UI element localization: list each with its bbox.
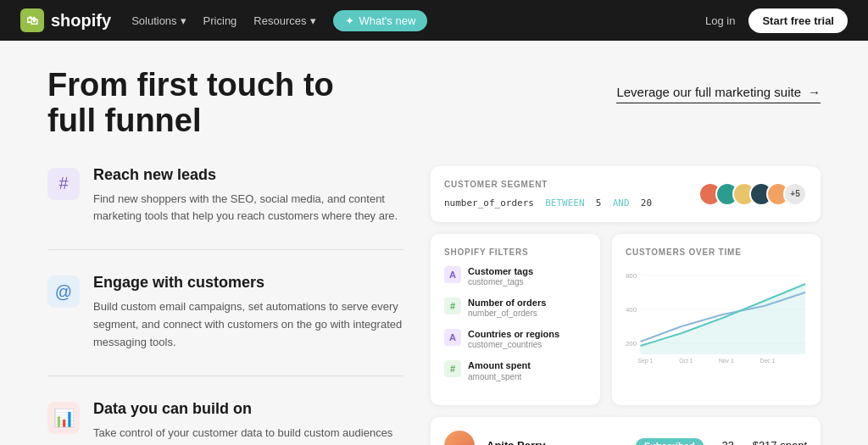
filter-number-orders-text: Number of orders number_of_orders [468,297,546,318]
svg-text:Sep 1: Sep 1 [638,358,654,364]
filter-countries-text: Countries or regions customer_countries [468,328,559,349]
engage-icon: @ [47,275,80,308]
features-list: # Reach new leads Find new shoppers with… [47,166,403,445]
star-icon: ✦ [345,14,354,27]
feature-engage-content: Engage with customers Build custom email… [93,274,403,351]
right-cards: CUSTOMER SEGMENT number_of_orders BETWEE… [431,166,821,445]
hero-section: From first touch to full funnel Leverage… [47,68,821,139]
two-column-layout: # Reach new leads Find new shoppers with… [47,166,821,445]
arrow-right-icon: → [808,85,821,99]
feature-reach: # Reach new leads Find new shoppers with… [47,166,403,251]
query-5: 5 [596,197,602,209]
svg-text:400: 400 [626,305,637,313]
shopify-filters-card: SHOPIFY FILTERS A Customer tags customer… [431,234,600,405]
logo-text: shopify [51,11,111,31]
feature-data-title: Data you can build on [93,400,403,418]
data-icon: 📊 [47,402,80,434]
nav-links: Solutions ▾ Pricing Resources ▾ ✦ What's… [131,10,685,31]
feature-engage-desc: Build custom email campaigns, set automa… [93,298,403,351]
segment-card-title: CUSTOMER SEGMENT [444,180,652,189]
feature-engage: @ Engage with customers Build custom ema… [47,274,403,375]
chevron-down-icon: ▾ [310,14,316,27]
subscriber-spent: $217 spent [753,439,807,445]
svg-text:Dec 1: Dec 1 [760,358,776,364]
filter-hash-icon-2: # [444,360,461,377]
nav-solutions[interactable]: Solutions ▾ [131,14,186,27]
main-content: From first touch to full funnel Leverage… [27,41,841,445]
query-20: 20 [641,197,652,209]
hero-cta-link[interactable]: Leverage our full marketing suite → [616,85,821,103]
feature-data: 📊 Data you can build on Take control of … [47,400,403,445]
filter-number-orders: # Number of orders number_of_orders [444,297,587,318]
customers-over-time-card: CUSTOMERS OVER TIME 800 400 200 [612,234,821,405]
reach-icon: # [47,168,80,200]
nav-resources[interactable]: Resources ▾ [253,14,315,27]
feature-data-desc: Take control of your customer data to bu… [93,425,403,445]
feature-reach-desc: Find new shoppers with the SEO, social m… [93,191,403,226]
logo[interactable]: 🛍 shopify [20,8,111,32]
filter-a-icon-2: A [444,329,461,346]
subscriber-avatar [444,431,475,445]
avatar-more: +5 [783,182,807,206]
svg-text:800: 800 [626,271,637,279]
feature-reach-content: Reach new leads Find new shoppers with t… [93,166,403,226]
subscriber-badge: Subscribed [636,438,704,445]
svg-text:200: 200 [626,339,637,347]
logo-icon: 🛍 [20,8,44,32]
mid-row: SHOPIFY FILTERS A Customer tags customer… [431,234,821,405]
nav-pricing[interactable]: Pricing [203,14,237,27]
and-keyword: AND [613,197,630,209]
navigation: 🛍 shopify Solutions ▾ Pricing Resources … [0,0,868,41]
filters-card-title: SHOPIFY FILTERS [444,248,587,257]
start-free-button[interactable]: Start free trial [748,8,848,33]
customer-segment-card: CUSTOMER SEGMENT number_of_orders BETWEE… [431,166,821,222]
feature-engage-title: Engage with customers [93,274,403,292]
chart-svg: 800 400 200 Sep 1 [626,265,807,367]
filter-countries: A Countries or regions customer_countrie… [444,328,587,349]
segment-query: number_of_orders BETWEEN 5 AND 20 [444,197,652,209]
feature-reach-title: Reach new leads [93,166,403,184]
svg-text:Nov 1: Nov 1 [719,358,734,364]
feature-data-content: Data you can build on Take control of yo… [93,400,403,445]
whats-new-button[interactable]: ✦ What's new [333,10,428,31]
nav-right: Log in Start free trial [705,8,848,33]
filter-hash-icon: # [444,298,461,314]
avatar-row: +5 [698,182,807,206]
login-link[interactable]: Log in [705,14,735,27]
filter-customer-tags-text: Customer tags customer_tags [468,265,533,286]
between-keyword: BETWEEN [545,197,584,209]
page-title: From first touch to full funnel [47,68,370,139]
filter-amount-spent-text: Amount spent amount_spent [468,359,531,381]
subscriber-name: Anita Perry [487,439,624,445]
filter-a-icon: A [444,266,461,283]
filter-amount-spent: # Amount spent amount_spent [444,359,587,381]
svg-text:Oct 1: Oct 1 [679,358,693,364]
chart-card-title: CUSTOMERS OVER TIME [626,248,807,257]
filter-customer-tags: A Customer tags customer_tags [444,265,587,286]
segment-left: CUSTOMER SEGMENT number_of_orders BETWEE… [444,180,652,209]
chevron-down-icon: ▾ [181,14,186,27]
subscriber-orders: 23 [715,439,741,445]
subscriber-card: Anita Perry Subscribed 23 $217 spent [431,417,821,445]
